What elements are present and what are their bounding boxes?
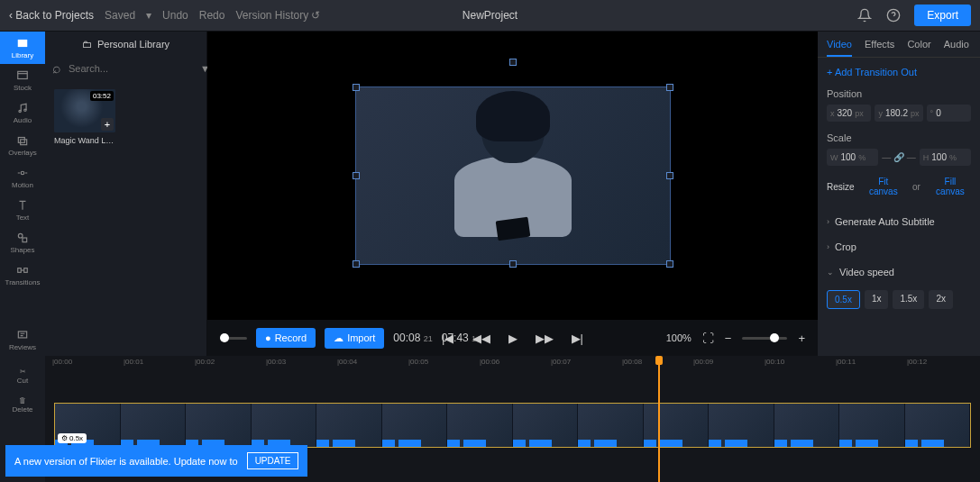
timeline-frame[interactable] [774, 404, 840, 447]
link-icon[interactable]: — 🔗 — [882, 152, 916, 162]
tab-color[interactable]: Color [907, 39, 930, 57]
video-frame[interactable] [355, 86, 671, 265]
clip-thumbnail[interactable]: 03:52 + [54, 89, 115, 132]
svg-rect-8 [23, 238, 27, 242]
record-button[interactable]: ● Record [256, 328, 316, 348]
time-tick: |00:11 [836, 358, 856, 366]
search-input[interactable] [69, 63, 193, 74]
zoom-slider[interactable] [742, 337, 787, 340]
add-clip-button[interactable]: + [101, 118, 114, 131]
redo-button[interactable]: Redo [199, 9, 225, 22]
undo-button[interactable]: Undo [162, 9, 188, 22]
help-icon[interactable] [885, 7, 902, 23]
resize-handle[interactable] [353, 172, 360, 179]
speed-badge[interactable]: ⚙ 0.5x [58, 433, 87, 443]
scale-h-input[interactable]: H100% [920, 149, 971, 166]
resize-handle[interactable] [353, 84, 360, 91]
resize-handle[interactable] [509, 59, 517, 66]
timeline-frame[interactable] [709, 404, 774, 447]
skip-start-button[interactable]: |◀ [442, 332, 453, 345]
nav-overlays[interactable]: Overlays [0, 129, 45, 161]
rewind-button[interactable]: ◀◀ [472, 332, 490, 345]
resize-handle[interactable] [509, 260, 517, 268]
back-button[interactable]: ‹ Back to Projects [9, 9, 94, 22]
delete-tool[interactable]: 🗑Delete [0, 390, 45, 419]
nav-motion[interactable]: Motion [0, 161, 45, 194]
media-clip[interactable]: 03:52 + Magic Wand Light... [54, 89, 115, 145]
resize-handle[interactable] [353, 260, 360, 268]
cut-tool[interactable]: ✂Cut [0, 361, 45, 390]
nav-audio[interactable]: Audio [0, 96, 45, 129]
speed-0-5x[interactable]: 0.5x [827, 290, 860, 309]
add-transition-out[interactable]: + Add Transition Out [827, 67, 971, 77]
left-sidebar: Library Stock Audio Overlays Motion Text… [0, 32, 45, 356]
timeline-frame[interactable] [252, 404, 317, 447]
current-time: 00:08 21 [393, 332, 432, 344]
clip-name: Magic Wand Light... [54, 136, 115, 145]
version-history-button[interactable]: Version History ↺ [235, 9, 320, 22]
timeline-frame[interactable] [121, 404, 187, 447]
saved-dropdown-icon[interactable]: ▾ [146, 9, 151, 22]
position-y-input[interactable]: y180.2px [875, 105, 922, 122]
nav-text[interactable]: Text [0, 194, 45, 226]
resize-handle[interactable] [666, 260, 673, 268]
position-x-input[interactable]: x320px [827, 105, 871, 122]
timeline-frame[interactable] [839, 404, 905, 447]
nav-shapes[interactable]: Shapes [0, 226, 45, 259]
fit-canvas-button[interactable]: Fit canvas [864, 177, 903, 196]
forward-button[interactable]: ▶▶ [536, 332, 554, 345]
bell-icon[interactable] [856, 7, 873, 23]
search-icon: ⌕ [52, 60, 61, 77]
auto-subtitle-row[interactable]: ›Generate Auto Subtitle [827, 209, 971, 234]
zoom-in-icon[interactable]: + [798, 332, 805, 345]
tab-video[interactable]: Video [827, 39, 852, 57]
timeline-frame[interactable] [447, 404, 513, 447]
video-speed-row[interactable]: ⌄Video speed [827, 259, 971, 285]
nav-library[interactable]: Library [0, 32, 45, 64]
timeline-frame[interactable] [905, 404, 971, 447]
notification-text: A new version of Flixier is available. U… [14, 456, 238, 467]
svg-point-6 [21, 171, 24, 175]
nav-stock[interactable]: Stock [0, 64, 45, 96]
scale-label: Scale [827, 132, 971, 143]
timeline-frame[interactable] [382, 404, 448, 447]
speed-1-5x[interactable]: 1.5x [893, 290, 924, 309]
fill-canvas-button[interactable]: Fill canvas [930, 177, 971, 196]
position-label: Position [827, 88, 971, 99]
import-button[interactable]: ☁ Import [325, 328, 384, 349]
volume-slider[interactable] [220, 337, 247, 340]
update-button[interactable]: UPDATE [247, 452, 299, 469]
skip-end-button[interactable]: ▶| [572, 332, 583, 345]
time-ruler[interactable]: |00:00|00:01|00:02|00:03|00:04|00:05|00:… [45, 356, 980, 370]
time-tick: |00:04 [337, 358, 357, 366]
timeline-frame[interactable] [578, 404, 644, 447]
crop-row[interactable]: ›Crop [827, 234, 971, 259]
nav-transitions[interactable]: Transitions [0, 259, 45, 291]
tab-effects[interactable]: Effects [865, 39, 894, 57]
scale-w-input[interactable]: W100% [827, 149, 878, 166]
time-tick: |00:01 [124, 358, 143, 366]
scissors-icon: ✂ [20, 368, 26, 376]
tab-audio[interactable]: Audio [944, 39, 969, 57]
zoom-out-icon[interactable]: − [725, 332, 732, 345]
resize-label: Resize [827, 182, 855, 192]
speed-2x[interactable]: 2x [929, 290, 953, 309]
play-button[interactable]: ▶ [508, 332, 517, 345]
timeline-frame[interactable] [316, 404, 382, 447]
video-track[interactable] [54, 403, 971, 448]
rotation-input[interactable]: °0 [927, 105, 971, 122]
time-tick: |00:03 [266, 358, 286, 366]
library-header[interactable]: 🗀Personal Library [45, 32, 206, 57]
project-title[interactable]: NewProject [463, 9, 517, 22]
resize-handle[interactable] [666, 172, 673, 179]
timeline-frame[interactable] [513, 404, 579, 447]
playhead[interactable] [658, 356, 660, 482]
timeline-frame[interactable] [644, 404, 710, 447]
fullscreen-icon[interactable]: ⛶ [702, 332, 714, 345]
speed-1x[interactable]: 1x [865, 290, 889, 309]
canvas[interactable] [207, 32, 818, 320]
export-button[interactable]: Export [914, 5, 971, 26]
timeline-frame[interactable] [186, 404, 252, 447]
resize-handle[interactable] [666, 84, 673, 91]
nav-reviews[interactable]: Reviews [0, 323, 45, 356]
